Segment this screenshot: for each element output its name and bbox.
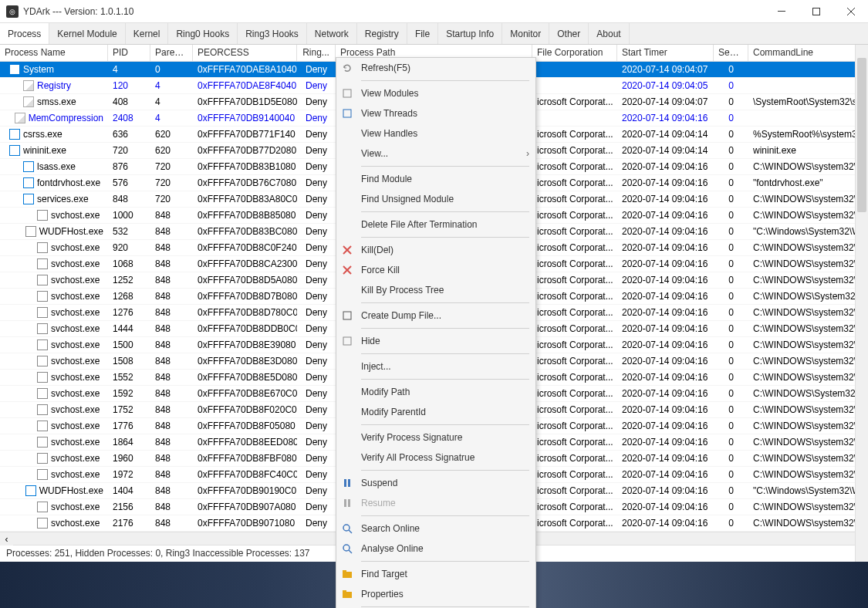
svg-rect-10: [343, 312, 351, 319]
process-icon: [23, 96, 34, 107]
tab-other[interactable]: Other: [549, 23, 589, 44]
column-header[interactable]: Paren...: [150, 45, 193, 61]
menu-item-delete-file-after-termination[interactable]: Delete File After Termination: [336, 214, 535, 235]
column-header[interactable]: Sesst...: [714, 45, 748, 61]
cell-ring: Deny: [297, 191, 336, 207]
cell-ring: Deny: [297, 256, 336, 272]
column-header[interactable]: PID: [108, 45, 150, 61]
cell-peo: 0xFFFFA70DB8DDB0C0: [193, 321, 297, 336]
cell-sess: 0: [714, 499, 748, 515]
cell-name: svchost.exe: [0, 321, 108, 336]
svg-rect-15: [348, 499, 350, 507]
menu-item-analyse-online[interactable]: Analyse Online: [336, 539, 535, 559]
cell-pid: 1500: [108, 337, 150, 353]
menu-item-force-kill[interactable]: Force Kill: [336, 260, 535, 280]
menu-item-label: Find Target: [361, 569, 407, 579]
cell-ppid: 720: [150, 159, 193, 174]
process-icon: [37, 339, 48, 350]
menu-item-inject[interactable]: Inject...: [336, 356, 535, 377]
process-icon: [37, 210, 48, 221]
menu-item-modify-path[interactable]: Modify Path: [336, 382, 535, 402]
tab-about[interactable]: About: [589, 23, 629, 44]
menu-separator: [361, 379, 529, 380]
menu-separator: [361, 561, 529, 562]
menu-item-verify-all-process-signatrue[interactable]: Verify All Process Signatrue: [336, 448, 535, 468]
minimize-button[interactable]: [764, 0, 799, 23]
tab-startup-info[interactable]: Startup Info: [438, 23, 502, 44]
menu-item-view-handles[interactable]: View Handles: [336, 123, 535, 144]
menu-item-view-threads[interactable]: View Threads: [336, 103, 535, 123]
cell-corp: icrosoft Corporat...: [532, 483, 617, 498]
close-button[interactable]: [833, 0, 868, 23]
cell-ring: Deny: [297, 418, 336, 434]
menu-item-view[interactable]: View...›: [336, 144, 535, 164]
menu-item-view-modules[interactable]: View Modules: [336, 83, 535, 103]
cell-sess: 0: [714, 321, 748, 336]
cell-cmd: %SystemRoot%\system32\c: [748, 127, 856, 142]
dump-icon: [339, 308, 355, 323]
tab-registry[interactable]: Registry: [357, 23, 407, 44]
cell-name: svchost.exe: [0, 499, 108, 515]
menu-item-find-module[interactable]: Find Module: [336, 169, 535, 189]
vertical-scrollbar[interactable]: [855, 45, 868, 562]
cell-ring: Deny: [297, 224, 336, 239]
menu-item-kill-by-process-tree[interactable]: Kill By Process Tree: [336, 280, 535, 300]
cell-corp: icrosoft Corporat...: [532, 289, 617, 304]
process-icon: [23, 161, 34, 172]
tab-ring3-hooks[interactable]: Ring3 Hooks: [238, 23, 307, 44]
cell-ppid: 848: [150, 240, 193, 255]
cell-start: 2020-07-14 09:04:14: [617, 143, 714, 158]
cell-sess: 0: [714, 467, 748, 482]
process-icon: [37, 323, 48, 334]
menu-item-verify-process-signature[interactable]: Verify Process Signature: [336, 427, 535, 448]
scroll-left-button[interactable]: ‹: [0, 532, 13, 546]
cell-pid: 1592: [108, 386, 150, 401]
tab-file[interactable]: File: [407, 23, 438, 44]
menu-item-kill-del[interactable]: Kill(Del): [336, 240, 535, 260]
tab-network[interactable]: Network: [307, 23, 357, 44]
menu-item-find-unsigned-module[interactable]: Find Unsigned Module: [336, 189, 535, 209]
column-header[interactable]: CommandLine: [748, 45, 856, 61]
menu-item-properties[interactable]: Properties: [336, 584, 535, 604]
menu-item-refresh-f5[interactable]: Refresh(F5): [336, 58, 535, 78]
menu-item-hide[interactable]: Hide: [336, 331, 535, 351]
app-icon: ◎: [6, 5, 19, 18]
cell-ring: Deny: [297, 143, 336, 158]
tab-process[interactable]: Process: [0, 23, 49, 44]
tab-monitor[interactable]: Monitor: [502, 23, 549, 44]
tab-kernel[interactable]: Kernel: [126, 23, 169, 44]
column-header[interactable]: Start Timer: [617, 45, 714, 61]
column-header[interactable]: Process Name: [0, 45, 108, 61]
cell-start: 2020-07-14 09:04:16: [617, 289, 714, 304]
cell-sess: 0: [714, 434, 748, 450]
menu-item-suspend[interactable]: Suspend: [336, 473, 535, 493]
menu-separator: [361, 237, 529, 238]
column-header[interactable]: Ring...: [297, 45, 336, 61]
menu-item-label: View Threads: [361, 108, 417, 119]
menu-item-label: Inject...: [361, 361, 391, 372]
cell-start: 2020-07-14 09:04:07: [617, 94, 714, 110]
column-header[interactable]: PEORCESS: [193, 45, 297, 61]
cell-ring: Deny: [297, 370, 336, 385]
cell-start: 2020-07-14 09:04:16: [617, 110, 714, 126]
maximize-button[interactable]: [799, 0, 833, 23]
search-icon: [339, 541, 355, 556]
column-header[interactable]: File Corporation: [532, 45, 617, 61]
svg-rect-12: [344, 479, 346, 487]
cell-corp: icrosoft Corporat...: [532, 467, 617, 482]
menu-item-modify-parentid[interactable]: Modify ParentId: [336, 402, 535, 422]
menu-item-resume: Resume: [336, 493, 535, 513]
scroll-thumb[interactable]: [857, 58, 866, 212]
menu-item-search-online[interactable]: Search Online: [336, 518, 535, 539]
close-icon: [847, 8, 855, 15]
tab-kernel-module[interactable]: Kernel Module: [49, 23, 125, 44]
cell-pid: 1508: [108, 353, 150, 369]
cell-peo: 0xFFFFA70DB8B85080: [193, 208, 297, 223]
blank-icon: [339, 126, 355, 141]
menu-item-create-dump-file[interactable]: Create Dump File...: [336, 306, 535, 326]
cell-name: svchost.exe: [0, 418, 108, 434]
kill-icon: [339, 242, 355, 258]
cell-pid: 1252: [108, 272, 150, 288]
menu-item-find-target[interactable]: Find Target: [336, 564, 535, 584]
tab-ring0-hooks[interactable]: Ring0 Hooks: [168, 23, 238, 44]
